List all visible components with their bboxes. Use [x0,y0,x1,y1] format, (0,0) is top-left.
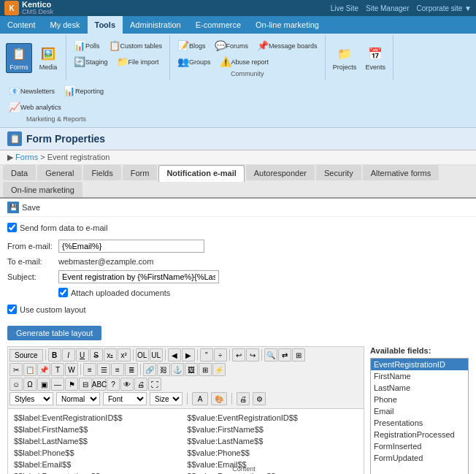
attach-checkbox[interactable] [58,288,68,297]
rte-format-select[interactable]: Normal [56,392,100,405]
nav-administration[interactable]: Administration [123,16,188,34]
nav-online-marketing[interactable]: On-line marketing [248,16,326,34]
rte-about[interactable]: ? [107,378,120,391]
tab-online-marketing[interactable]: On-line marketing [3,182,82,197]
tab-notification-email[interactable]: Notification e-mail [158,165,244,182]
toolbar-custom-tables[interactable]: 📋 Custom tables [106,38,166,53]
site-manager-link[interactable]: Site Manager [366,4,409,12]
rte-paste[interactable]: 📌 [37,363,50,376]
generate-table-button[interactable]: Generate table layout [7,326,101,340]
rte-cut[interactable]: ✂ [9,363,23,376]
rte-align-left[interactable]: ≡ [83,363,96,376]
rte-iframe[interactable]: ▣ [37,378,50,391]
rte-page-break[interactable]: ⊟ [79,378,92,391]
rte-blockquote[interactable]: " [200,348,213,362]
rte-bg-color[interactable]: 🎨 [211,392,227,405]
rte-replace[interactable]: ⇄ [278,348,291,362]
rte-subscript[interactable]: x₂ [104,348,117,362]
rte-unlink[interactable]: ⛓ [157,363,170,376]
rte-image[interactable]: 🖼 [185,363,198,376]
rte-strikethrough[interactable]: S [90,348,103,362]
toolbar-reporting[interactable]: 📊 Reporting [61,83,107,98]
send-email-checkbox[interactable] [7,223,17,232]
nav-tools[interactable]: Tools [88,16,123,34]
rte-find[interactable]: 🔍 [264,348,277,362]
nav-ecommerce[interactable]: E-commerce [188,16,248,34]
rte-source-btn[interactable]: Source [9,349,43,362]
field-item-event-registration-id[interactable]: EventRegistrationID [371,359,468,370]
rte-extra1[interactable]: 🖨 [237,392,250,405]
rte-select-all[interactable]: ⊞ [292,348,305,362]
save-button[interactable]: 💾 Save [7,202,469,213]
field-item-registration-processed[interactable]: RegistrationProcessed [371,429,468,440]
toolbar-abuse-report[interactable]: ⚠️ Abuse report [217,54,272,69]
rte-flag[interactable]: ⚑ [65,378,78,391]
rte-ol[interactable]: OL [136,348,149,362]
toolbar-forms[interactable]: 📋 Forms [6,43,32,73]
live-site-link[interactable]: Live Site [331,4,358,12]
tab-autoresponder[interactable]: Autoresponder [246,165,315,180]
rte-font-select[interactable]: Font [103,392,147,405]
rte-div[interactable]: ÷ [214,348,227,362]
rte-anchor[interactable]: ⚓ [171,363,184,376]
rte-maximize[interactable]: ⛶ [148,378,161,391]
rte-size-select[interactable]: Size [150,392,183,405]
rte-undo[interactable]: ↩ [232,348,245,362]
custom-layout-checkbox[interactable] [7,305,17,314]
toolbar-file-import[interactable]: 📁 File import [114,54,162,69]
toolbar-events[interactable]: 📅 Events [362,44,388,72]
field-item-phone[interactable]: Phone [371,394,468,405]
rte-emoticon[interactable]: ☺ [9,378,23,391]
tab-general[interactable]: General [37,165,82,180]
rte-table[interactable]: ⊞ [199,363,212,376]
field-item-form-inserted[interactable]: FormInserted [371,440,468,452]
rte-styles-select[interactable]: Styles [9,392,53,405]
tab-data[interactable]: Data [3,165,36,180]
rte-link[interactable]: 🔗 [143,363,156,376]
toolbar-groups[interactable]: 👥 Groups [174,54,214,69]
rte-bold[interactable]: B [48,348,61,362]
tab-fields[interactable]: Fields [83,165,120,180]
rte-outdent[interactable]: ◀ [168,348,181,362]
subject-input[interactable] [58,270,219,283]
rte-extra2[interactable]: ⚙ [253,392,266,405]
field-item-firstname[interactable]: FirstName [371,370,468,382]
rte-ul[interactable]: UL [150,348,163,362]
toolbar-newsletters[interactable]: 📧 Newsletters [6,83,58,98]
toolbar-projects[interactable]: 📁 Projects [330,44,360,72]
nav-content[interactable]: Content [0,16,43,34]
rte-copy[interactable]: 📋 [23,363,37,376]
rte-underline[interactable]: U [76,348,89,362]
breadcrumb-forms-link[interactable]: Forms [15,153,38,161]
rte-italic[interactable]: I [62,348,75,362]
toolbar-forums[interactable]: 💬 Forums [212,38,252,53]
field-item-email[interactable]: Email [371,405,468,417]
toolbar-blogs[interactable]: 📝 Blogs [174,38,209,53]
rte-align-center[interactable]: ☰ [97,363,110,376]
rte-preview[interactable]: 👁 [120,378,134,391]
toolbar-message-boards[interactable]: 📌 Message boards [254,38,320,53]
rte-paste-text[interactable]: T [51,363,64,376]
tab-alternative-forms[interactable]: Alternative forms [363,165,439,180]
corporate-site-link[interactable]: Corporate site ▼ [417,4,472,12]
field-item-form-updated[interactable]: FormUpdated [371,452,468,464]
rte-hr[interactable]: — [51,378,64,391]
rte-content-area[interactable]: $$label:EventRegistrationID$$ $$value:Ev… [7,408,364,474]
tab-security[interactable]: Security [316,165,361,180]
rte-font-color[interactable]: A [192,392,208,405]
rte-redo[interactable]: ↪ [246,348,259,362]
rte-print[interactable]: 🖨 [134,378,147,391]
toolbar-staging[interactable]: 🔄 Staging [71,54,111,69]
rte-special-char[interactable]: Ω [23,378,37,391]
rte-justify[interactable]: ≣ [125,363,138,376]
from-email-input[interactable] [58,240,204,253]
toolbar-media[interactable]: 🖼️ Media [35,44,61,72]
rte-flash[interactable]: ⚡ [212,363,226,376]
rte-paste-word[interactable]: W [65,363,78,376]
rte-spell[interactable]: ABC [93,378,106,391]
field-item-lastname[interactable]: LastName [371,382,468,394]
tab-form[interactable]: Form [123,165,158,180]
nav-mydesk[interactable]: My desk [43,16,88,34]
field-item-presentations[interactable]: Presentations [371,417,468,429]
toolbar-web-analytics[interactable]: 📈 Web analytics [6,99,64,114]
